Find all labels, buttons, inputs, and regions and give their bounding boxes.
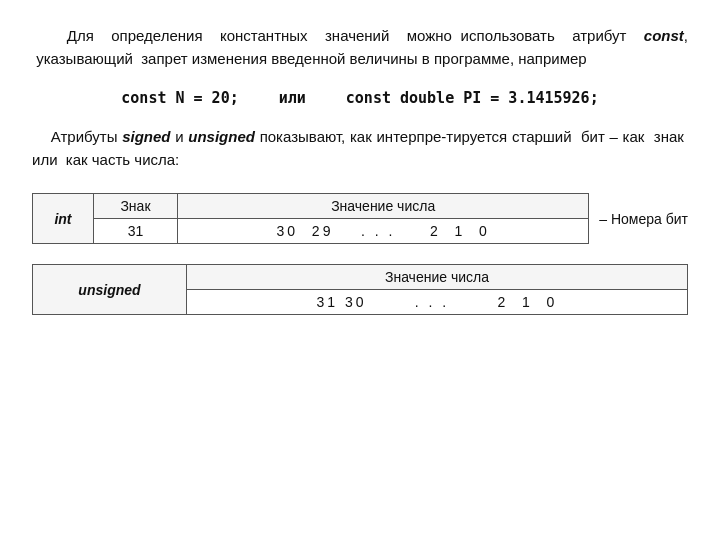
const-keyword: const bbox=[644, 27, 684, 44]
int-header-value: Значение числа bbox=[178, 194, 589, 219]
unsigned-data: 31 30 . . . 2 1 0 bbox=[186, 290, 687, 315]
bit-label: – Номера бит bbox=[599, 211, 688, 227]
unsigned-section: unsigned Значение числа 31 30 . . . 2 1 … bbox=[32, 264, 688, 315]
unsigned-keyword: unsigned bbox=[188, 128, 255, 145]
int-section: int Знак Значение числа 31 30 29 . . . 2… bbox=[32, 193, 688, 244]
intro-paragraph: Для определения константных значений мож… bbox=[32, 24, 688, 71]
int-data-right: 30 29 . . . 2 1 0 bbox=[178, 219, 589, 244]
attr-paragraph: Атрибуты signed и unsigned показывают, к… bbox=[32, 125, 688, 172]
code-middle: или bbox=[279, 89, 306, 107]
code-right: const double PI = 3.1415926; bbox=[346, 89, 599, 107]
unsigned-header: Значение числа bbox=[186, 265, 687, 290]
code-left: const N = 20; bbox=[121, 89, 238, 107]
int-table-wrapper: int Знак Значение числа 31 30 29 . . . 2… bbox=[32, 193, 589, 244]
int-header-znak: Знак bbox=[93, 194, 177, 219]
int-data-left: 31 bbox=[93, 219, 177, 244]
signed-keyword: signed bbox=[122, 128, 170, 145]
int-label: int bbox=[33, 194, 94, 244]
code-example: const N = 20; или const double PI = 3.14… bbox=[32, 89, 688, 107]
unsigned-label: unsigned bbox=[33, 265, 187, 315]
unsigned-table: unsigned Значение числа 31 30 . . . 2 1 … bbox=[32, 264, 688, 315]
int-table: int Знак Значение числа 31 30 29 . . . 2… bbox=[32, 193, 589, 244]
